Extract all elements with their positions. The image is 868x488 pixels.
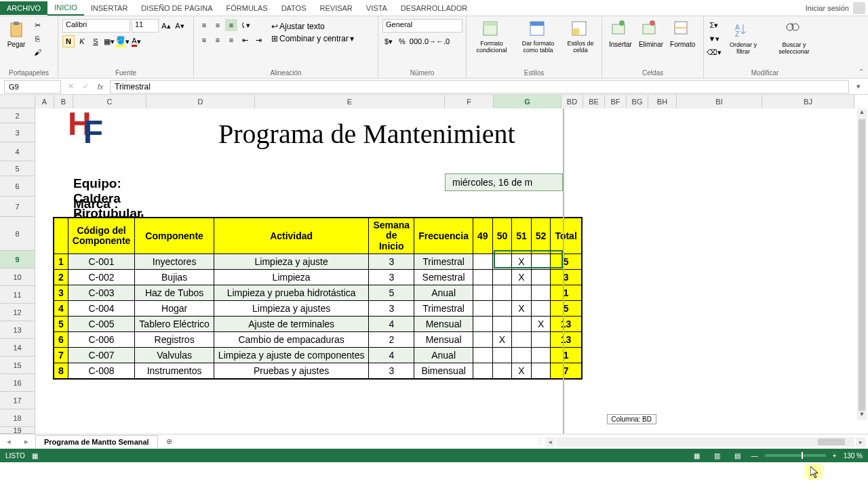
align-left-button[interactable]: ≡ (198, 34, 210, 46)
cell[interactable]: Limpieza y prueba hidrotástica (214, 285, 369, 301)
tab-file[interactable]: ARCHIVO (0, 1, 47, 15)
tab-insert[interactable]: INSERTAR (84, 1, 135, 15)
row-header-10[interactable]: 10 (0, 268, 35, 286)
cell[interactable]: X (512, 301, 532, 317)
cell[interactable] (512, 317, 532, 332)
borders-button[interactable]: ▦▾ (103, 35, 115, 47)
tab-formulas[interactable]: FÓRMULAS (220, 1, 275, 15)
view-normal-button[interactable]: ▦ (690, 451, 704, 460)
zoom-level[interactable]: 130 % (844, 452, 863, 460)
cell[interactable]: Limpieza y ajuste (214, 254, 369, 270)
fill-color-button[interactable]: 🪣▾ (117, 35, 129, 47)
date-box[interactable]: miércoles, 16 de m (445, 174, 563, 191)
sheet-nav-prev[interactable]: ◂ (0, 437, 18, 446)
cell[interactable]: C-001 (68, 254, 135, 270)
font-name-select[interactable]: Calibri (62, 19, 130, 33)
cut-button[interactable]: ✂ (31, 19, 43, 31)
table-row[interactable]: 4C-004HogarLimpieza y ajustes3Trimestral… (54, 301, 582, 317)
cell[interactable]: Bimensual (414, 363, 473, 380)
tab-page-layout[interactable]: DISEÑO DE PÁGINA (134, 1, 219, 15)
cell[interactable]: X (512, 254, 532, 270)
align-center-button[interactable]: ≡ (212, 34, 224, 46)
decrease-indent-button[interactable]: ⇤ (239, 34, 251, 46)
cell[interactable] (531, 348, 551, 363)
cell[interactable]: 3 (54, 285, 68, 301)
cell[interactable]: 1 (551, 285, 582, 301)
cell[interactable] (531, 270, 551, 285)
cell[interactable]: Trimestral (414, 301, 473, 317)
cell[interactable]: Tablero Eléctrico (135, 317, 214, 332)
number-format-select[interactable]: General (382, 19, 462, 33)
column-header-G[interactable]: G (494, 95, 561, 108)
table-row[interactable]: 5C-005Tablero EléctricoAjuste de termina… (54, 317, 582, 332)
cell[interactable]: Ajuste de terminales (214, 317, 369, 332)
column-header-BF[interactable]: BF (605, 95, 627, 108)
cell[interactable]: Haz de Tubos (135, 285, 214, 301)
row-header-16[interactable]: 16 (0, 374, 35, 392)
row-header-15[interactable]: 15 (0, 357, 35, 374)
align-bottom-button[interactable]: ≡ (225, 19, 237, 31)
cell[interactable] (512, 285, 532, 301)
cell[interactable]: Instrumentos (135, 363, 214, 380)
cell[interactable] (531, 254, 551, 270)
cell[interactable]: X (492, 332, 512, 348)
fx-button[interactable]: fx (95, 83, 106, 91)
increase-decimal-button[interactable]: .0→ (423, 35, 435, 47)
cell[interactable]: Valvulas (135, 348, 214, 363)
format-as-table-button[interactable]: Dar formato como tabla (514, 19, 562, 56)
cell[interactable]: Trimestral (414, 254, 473, 270)
cell[interactable]: 3 (369, 254, 414, 270)
wrap-text-button[interactable]: ↩ Ajustar texto (271, 22, 354, 31)
cell[interactable]: X (512, 270, 532, 285)
cell[interactable]: 2 (54, 270, 68, 285)
enter-formula-button[interactable]: ✓ (80, 82, 91, 91)
percent-button[interactable]: % (396, 35, 408, 47)
cell[interactable]: Mensual (414, 317, 473, 332)
column-header-A[interactable]: A (35, 95, 54, 108)
column-header-E[interactable]: E (255, 95, 445, 108)
table-row[interactable]: 3C-003Haz de TubosLimpieza y prueba hidr… (54, 285, 582, 301)
cell[interactable]: 3 (369, 270, 414, 285)
scroll-down-button[interactable]: ▼ (857, 411, 867, 420)
fill-button[interactable]: ▼▾ (708, 33, 720, 45)
cell[interactable]: 3 (369, 363, 414, 380)
table-row[interactable]: 6C-006RegistrosCambio de empacaduras2Men… (54, 332, 582, 348)
cell[interactable] (512, 348, 532, 363)
cell[interactable]: C-003 (68, 285, 135, 301)
cell[interactable] (473, 332, 493, 348)
currency-button[interactable]: $▾ (382, 35, 395, 47)
cell[interactable]: 2 (369, 332, 414, 348)
cell[interactable]: C-008 (68, 363, 135, 380)
cell[interactable] (531, 363, 551, 380)
cell[interactable] (492, 363, 512, 380)
bold-button[interactable]: N (62, 35, 75, 47)
cell[interactable]: X (531, 317, 551, 332)
insert-cells-button[interactable]: Insertar (606, 19, 635, 49)
row-header-8[interactable]: 8 (0, 217, 35, 251)
cell[interactable] (473, 270, 493, 285)
row-header-9[interactable]: 9 (0, 251, 35, 268)
add-sheet-button[interactable]: ⊕ (163, 436, 176, 448)
table-row[interactable]: 7C-007ValvulasLimpieza y ajuste de compo… (54, 348, 582, 363)
cell[interactable]: Inyectores (135, 254, 214, 270)
cell[interactable]: 6 (54, 332, 68, 348)
cell[interactable]: C-004 (68, 301, 135, 317)
formula-input[interactable]: Trimestral (110, 80, 849, 94)
cell[interactable] (473, 317, 493, 332)
cancel-formula-button[interactable]: ✕ (65, 82, 76, 91)
column-header-BJ[interactable]: BJ (762, 95, 854, 108)
zoom-in-button[interactable]: + (833, 452, 837, 460)
view-page-layout-button[interactable]: ▥ (711, 451, 724, 460)
font-size-select[interactable]: 11 (132, 19, 159, 33)
increase-font-button[interactable]: A▴ (160, 20, 172, 32)
macro-record-icon[interactable]: ▦ (32, 452, 38, 460)
vertical-scrollbar[interactable]: ▲ ▼ (857, 108, 867, 420)
delete-cells-button[interactable]: Eliminar (636, 19, 666, 49)
cell[interactable]: 5 (551, 301, 582, 317)
column-header-BE[interactable]: BE (583, 95, 605, 108)
cell[interactable] (531, 301, 551, 317)
worksheet-grid[interactable]: ABCDEFGBDBEBFBGBHBIBJ 234567891011121314… (0, 95, 868, 434)
paste-button[interactable]: Pegar (4, 19, 28, 49)
cell[interactable]: 4 (369, 317, 414, 332)
autosum-button[interactable]: Σ▾ (708, 19, 720, 31)
